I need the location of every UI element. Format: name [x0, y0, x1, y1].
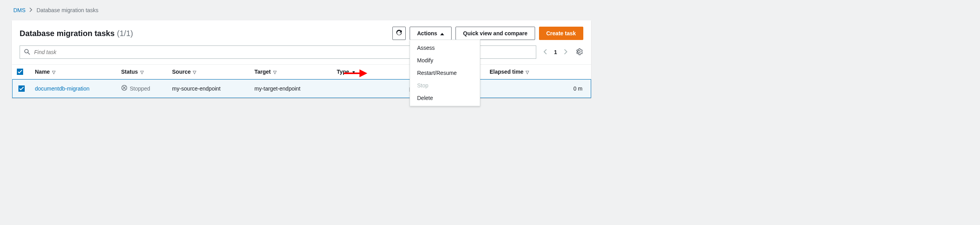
search-row: 1 — [12, 44, 591, 64]
breadcrumb: DMS Database migration tasks — [12, 5, 591, 16]
sort-icon: ▽ — [526, 70, 529, 74]
create-task-button[interactable]: Create task — [539, 27, 584, 40]
row-checkbox[interactable] — [18, 85, 25, 92]
caret-up-icon — [440, 30, 444, 36]
action-assess[interactable]: Assess — [410, 42, 480, 54]
task-name-link[interactable]: documentdb-migration — [35, 85, 89, 92]
action-delete[interactable]: Delete — [410, 92, 480, 104]
panel-header: Database migration tasks (1/1) Actions A… — [12, 20, 591, 44]
pagination: 1 — [543, 47, 583, 57]
sort-icon: ▼ — [352, 70, 356, 74]
quick-view-button[interactable]: Quick view and compare — [456, 27, 535, 40]
actions-label: Actions — [417, 30, 437, 36]
page-next-button[interactable] — [563, 48, 568, 56]
panel-title: Database migration tasks — [20, 29, 114, 38]
quick-view-label: Quick view and compare — [463, 30, 527, 36]
table-row[interactable]: documentdb-migration Stopped my-source-e… — [12, 79, 591, 98]
stopped-icon — [121, 85, 127, 92]
select-all-checkbox[interactable] — [17, 69, 23, 75]
col-target[interactable]: Target▽ — [250, 65, 332, 79]
search-icon — [24, 49, 30, 56]
panel-count: (1/1) — [117, 29, 133, 38]
target-cell: my-target-endpoint — [254, 85, 301, 92]
tasks-panel: Database migration tasks (1/1) Actions A… — [12, 20, 591, 98]
status-cell: Stopped — [121, 85, 163, 92]
refresh-icon — [396, 30, 402, 37]
page-number: 1 — [552, 49, 559, 55]
settings-button[interactable] — [572, 47, 583, 57]
page-prev-button[interactable] — [543, 48, 548, 56]
table-header-row: Name▽ Status▽ Source▽ Target▽ Type▼ Prog… — [12, 65, 591, 79]
svg-line-1 — [28, 53, 30, 54]
chevron-right-icon — [29, 7, 33, 13]
tasks-table: Name▽ Status▽ Source▽ Target▽ Type▼ Prog… — [12, 64, 591, 98]
col-name[interactable]: Name▽ — [30, 65, 116, 79]
action-restart-resume[interactable]: Restart/Resume — [410, 67, 480, 79]
status-text: Stopped — [130, 85, 150, 92]
elapsed-cell: 0 m — [573, 85, 583, 92]
sort-icon: ▽ — [140, 70, 143, 74]
sort-icon: ▽ — [52, 70, 55, 74]
col-elapsed[interactable]: Elapsed time▽ — [485, 65, 591, 79]
col-source[interactable]: Source▽ — [167, 65, 250, 79]
actions-dropdown: Assess Modify Restart/Resume Stop Delete — [410, 40, 480, 106]
svg-point-0 — [25, 49, 28, 53]
breadcrumb-current: Database migration tasks — [36, 7, 98, 13]
refresh-button[interactable] — [392, 27, 406, 40]
actions-button[interactable]: Actions — [410, 27, 452, 40]
create-task-label: Create task — [546, 30, 576, 36]
sort-icon: ▽ — [193, 70, 196, 74]
col-status[interactable]: Status▽ — [116, 65, 167, 79]
sort-icon: ▽ — [273, 70, 276, 74]
action-stop: Stop — [410, 79, 480, 92]
action-modify[interactable]: Modify — [410, 54, 480, 67]
breadcrumb-root-link[interactable]: DMS — [13, 7, 25, 13]
source-cell: my-source-endpoint — [172, 85, 221, 92]
